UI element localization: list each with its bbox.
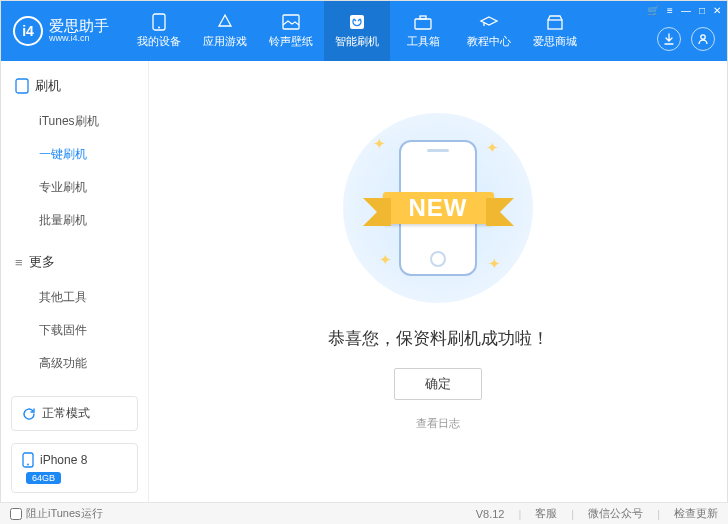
download-button[interactable]: [657, 27, 681, 51]
svg-rect-6: [548, 20, 562, 29]
user-icon: [697, 33, 709, 45]
sidebar-item-itunes-flash[interactable]: iTunes刷机: [1, 105, 148, 138]
download-icon: [663, 33, 675, 45]
sidebar-item-oneclick-flash[interactable]: 一键刷机: [1, 138, 148, 171]
sidebar: 刷机 iTunes刷机 一键刷机 专业刷机 批量刷机 ≡ 更多 其他工具 下载固…: [1, 61, 149, 503]
nav-label: 教程中心: [467, 34, 511, 49]
sidebar-item-download-firmware[interactable]: 下载固件: [1, 314, 148, 347]
check-update-link[interactable]: 检查更新: [674, 506, 718, 521]
device-name: iPhone 8: [40, 453, 87, 467]
sidebar-item-pro-flash[interactable]: 专业刷机: [1, 171, 148, 204]
svg-point-10: [27, 464, 29, 466]
support-link[interactable]: 客服: [535, 506, 557, 521]
success-message: 恭喜您，保资料刷机成功啦！: [328, 327, 549, 350]
sidebar-item-other-tools[interactable]: 其他工具: [1, 281, 148, 314]
device-icon: [22, 452, 34, 468]
wechat-link[interactable]: 微信公众号: [588, 506, 643, 521]
svg-rect-8: [16, 79, 28, 93]
top-nav: 我的设备 应用游戏 铃声壁纸 智能刷机 工具箱 教程中心 爱思商城: [126, 1, 588, 61]
nav-label: 我的设备: [137, 34, 181, 49]
sidebar-group-more: ≡ 更多: [1, 247, 148, 277]
sparkle-icon: ✦: [379, 251, 392, 269]
nav-toolbox[interactable]: 工具箱: [390, 1, 456, 61]
nav-ringtones[interactable]: 铃声壁纸: [258, 1, 324, 61]
sparkle-icon: ✦: [486, 139, 499, 157]
nav-label: 应用游戏: [203, 34, 247, 49]
nav-label: 智能刷机: [335, 34, 379, 49]
app-header: i4 爱思助手 www.i4.cn 我的设备 应用游戏 铃声壁纸 智能刷机 工具…: [1, 1, 727, 61]
toolbox-icon: [413, 13, 433, 31]
menu-icon[interactable]: ≡: [667, 5, 673, 16]
window-controls: 🛒 ≡ — □ ✕: [647, 5, 721, 16]
cart-icon[interactable]: 🛒: [647, 5, 659, 16]
svg-point-7: [701, 35, 705, 39]
mode-status-box[interactable]: 正常模式: [11, 396, 138, 431]
storage-badge: 64GB: [26, 472, 61, 484]
store-icon: [545, 13, 565, 31]
main-content: ✦ ✦ ✦ ✦ NEW 恭喜您，保资料刷机成功啦！ 确定 查看日志: [149, 61, 727, 503]
phone-icon: [149, 13, 169, 31]
refresh-icon: [22, 407, 36, 421]
svg-rect-5: [420, 16, 426, 19]
version-label: V8.12: [476, 508, 505, 520]
mode-label: 正常模式: [42, 405, 90, 422]
svg-rect-4: [415, 19, 431, 29]
wallpaper-icon: [281, 13, 301, 31]
logo-icon: i4: [13, 16, 43, 46]
maximize-icon[interactable]: □: [699, 5, 705, 16]
nav-label: 工具箱: [407, 34, 440, 49]
apps-icon: [215, 13, 235, 31]
sidebar-group-title: 更多: [29, 253, 55, 271]
nav-apps-games[interactable]: 应用游戏: [192, 1, 258, 61]
status-bar: 阻止iTunes运行 V8.12 | 客服 | 微信公众号 | 检查更新: [0, 502, 728, 524]
logo-title: 爱思助手: [49, 18, 109, 35]
hamburger-icon: ≡: [15, 255, 23, 270]
nav-my-device[interactable]: 我的设备: [126, 1, 192, 61]
svg-point-1: [158, 27, 160, 29]
flash-icon: [347, 13, 367, 31]
tutorials-icon: [479, 13, 499, 31]
sparkle-icon: ✦: [488, 255, 501, 273]
phone-outline-icon: [15, 78, 29, 94]
svg-rect-3: [350, 15, 364, 29]
nav-smart-flash[interactable]: 智能刷机: [324, 1, 390, 61]
nav-tutorials[interactable]: 教程中心: [456, 1, 522, 61]
app-logo: i4 爱思助手 www.i4.cn: [1, 16, 121, 46]
user-button[interactable]: [691, 27, 715, 51]
close-icon[interactable]: ✕: [713, 5, 721, 16]
sidebar-item-advanced[interactable]: 高级功能: [1, 347, 148, 380]
nav-label: 爱思商城: [533, 34, 577, 49]
view-log-link[interactable]: 查看日志: [416, 416, 460, 431]
sidebar-group-flash: 刷机: [1, 71, 148, 101]
svg-rect-2: [283, 15, 299, 29]
new-ribbon: NEW: [348, 183, 528, 233]
success-illustration: ✦ ✦ ✦ ✦ NEW: [343, 113, 533, 303]
sparkle-icon: ✦: [373, 135, 386, 153]
nav-label: 铃声壁纸: [269, 34, 313, 49]
ok-button[interactable]: 确定: [394, 368, 482, 400]
logo-url: www.i4.cn: [49, 34, 109, 44]
sidebar-group-title: 刷机: [35, 77, 61, 95]
device-info-box[interactable]: iPhone 8 64GB: [11, 443, 138, 493]
nav-store[interactable]: 爱思商城: [522, 1, 588, 61]
minimize-icon[interactable]: —: [681, 5, 691, 16]
checkbox-block-itunes[interactable]: 阻止iTunes运行: [10, 506, 103, 521]
sidebar-item-batch-flash[interactable]: 批量刷机: [1, 204, 148, 237]
ribbon-text: NEW: [383, 192, 494, 224]
